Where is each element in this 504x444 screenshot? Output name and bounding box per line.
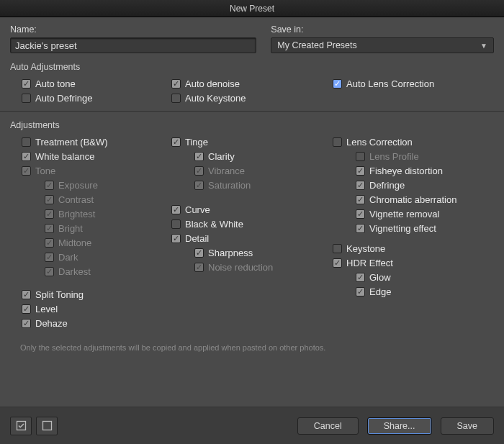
checkbox-fisheye[interactable]: ✓Fisheye distortion <box>333 163 494 178</box>
checkbox-vibrance[interactable]: ✓Vibrance <box>171 163 333 178</box>
checkbox-saturation[interactable]: ✓Saturation <box>171 178 333 192</box>
checkbox-chromatic[interactable]: ✓Chromatic aberration <box>333 192 494 207</box>
checkbox-hdr-effect[interactable]: ✓HDR Effect <box>333 255 494 270</box>
checkbox-midtone[interactable]: ✓Midtone <box>10 235 171 250</box>
checkbox-keystone[interactable]: ✓Keystone <box>333 241 494 255</box>
checkbox-vignetting-effect[interactable]: ✓Vignetting effect <box>333 221 494 235</box>
section-auto-adjustments: Auto Adjustments <box>10 62 494 72</box>
savein-select[interactable]: My Created Presets ▼ <box>271 37 494 53</box>
checkbox-tinge[interactable]: ✓Tinge <box>171 135 333 149</box>
checkbox-dark[interactable]: ✓Dark <box>10 250 171 264</box>
checkbox-brightest[interactable]: ✓Brightest <box>10 207 171 221</box>
checkbox-defringe[interactable]: ✓Defringe <box>333 178 494 192</box>
checkbox-auto-keystone[interactable]: ✓Auto Keystone <box>171 91 333 105</box>
checkbox-sharpness[interactable]: ✓Sharpness <box>171 245 333 260</box>
checkbox-auto-tone[interactable]: ✓Auto tone <box>10 76 171 91</box>
checkbox-treatment[interactable]: ✓Treatment (B&W) <box>10 135 171 149</box>
checkbox-contrast[interactable]: ✓Contrast <box>10 192 171 207</box>
chevron-down-icon: ▼ <box>480 42 487 50</box>
share-button[interactable]: Share... <box>367 417 432 435</box>
checkbox-glow[interactable]: ✓Glow <box>333 270 494 284</box>
checkbox-darkest[interactable]: ✓Darkest <box>10 264 171 278</box>
uncheck-all-icon[interactable] <box>36 417 58 435</box>
checkbox-lens-correction[interactable]: ✓Lens Correction <box>333 135 494 149</box>
save-button[interactable]: Save <box>441 417 495 435</box>
cancel-button[interactable]: Cancel <box>297 417 359 435</box>
checkbox-curve[interactable]: ✓Curve <box>171 202 333 217</box>
checkbox-lens-profile[interactable]: ✓Lens Profile <box>333 149 494 163</box>
savein-label: Save in: <box>271 24 494 35</box>
checkbox-auto-denoise[interactable]: ✓Auto denoise <box>171 76 333 91</box>
check-all-icon[interactable] <box>10 417 32 435</box>
checkbox-split-toning[interactable]: ✓Split Toning <box>10 287 171 302</box>
footnote-text: Only the selected adjustments will be co… <box>20 343 494 352</box>
checkbox-detail[interactable]: ✓Detail <box>171 231 333 245</box>
checkbox-exposure[interactable]: ✓Exposure <box>10 178 171 192</box>
name-input[interactable] <box>10 37 256 53</box>
checkbox-vignette-removal[interactable]: ✓Vignette removal <box>333 207 494 221</box>
checkbox-noise-reduction[interactable]: ✓Noise reduction <box>171 260 333 274</box>
checkbox-tone[interactable]: ✓Tone <box>10 163 171 178</box>
checkbox-clarity[interactable]: ✓Clarity <box>171 149 333 163</box>
checkbox-level[interactable]: ✓Level <box>10 302 171 316</box>
savein-value: My Created Presets <box>277 40 356 50</box>
name-label: Name: <box>10 24 256 35</box>
checkbox-edge[interactable]: ✓Edge <box>333 284 494 299</box>
window-title: New Preset <box>0 0 504 17</box>
svg-rect-1 <box>42 422 51 430</box>
checkbox-black-white[interactable]: ✓Black & White <box>171 217 333 231</box>
checkbox-dehaze[interactable]: ✓Dehaze <box>10 316 171 330</box>
checkbox-auto-lens[interactable]: ✓Auto Lens Correction <box>333 76 494 91</box>
checkbox-bright[interactable]: ✓Bright <box>10 221 171 235</box>
checkbox-white-balance[interactable]: ✓White balance <box>10 149 171 163</box>
checkbox-auto-defringe[interactable]: ✓Auto Defringe <box>10 91 171 105</box>
section-adjustments: Adjustments <box>10 120 494 130</box>
